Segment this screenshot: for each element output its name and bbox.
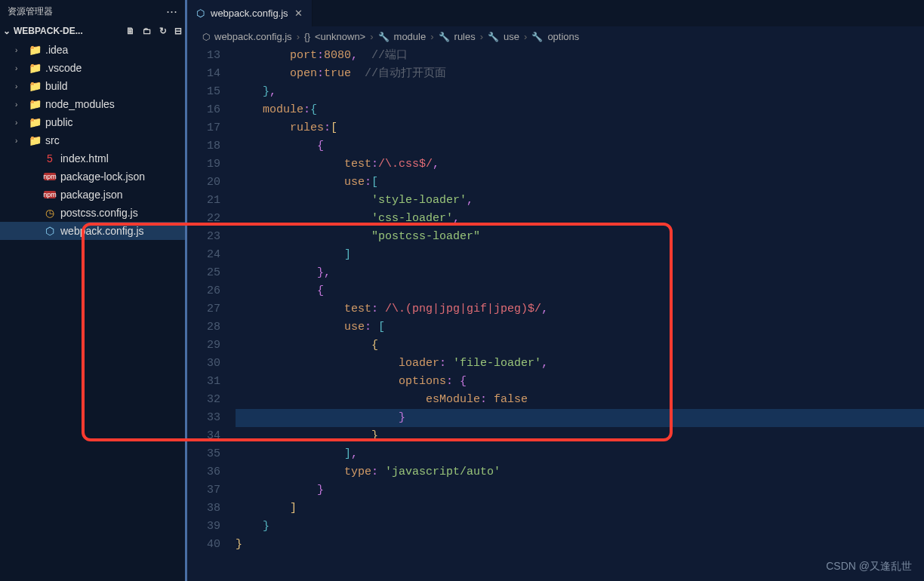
breadcrumb-part[interactable]: options bbox=[547, 31, 579, 42]
file-icon: 📁 bbox=[29, 62, 41, 74]
item-label: index.html bbox=[60, 152, 109, 164]
more-icon[interactable]: ⋯ bbox=[166, 5, 177, 18]
code-line-14[interactable]: open:true //自动打开页面 bbox=[236, 65, 924, 83]
breadcrumb-part[interactable]: rules bbox=[454, 31, 476, 42]
code-line-29[interactable]: { bbox=[236, 337, 924, 355]
code-line-31[interactable]: options: { bbox=[236, 373, 924, 391]
file-icon: 📁 bbox=[29, 116, 41, 128]
file-icon: npm bbox=[44, 191, 56, 198]
chevron-right-icon: › bbox=[15, 100, 24, 109]
code-line-32[interactable]: esModule: false bbox=[236, 391, 924, 409]
item-label: .vscode bbox=[45, 62, 82, 74]
code-line-38[interactable]: ] bbox=[236, 500, 924, 518]
explorer-sidebar: 资源管理器 ⋯ ⌄ WEBPACK-DE... 🗎 🗀 ↻ ⊟ ›📁.idea›… bbox=[0, 0, 187, 581]
file-icon: 📁 bbox=[29, 134, 41, 146]
explorer-header: 资源管理器 ⋯ bbox=[0, 0, 185, 23]
project-folder-header[interactable]: ⌄ WEBPACK-DE... 🗎 🗀 ↻ ⊟ bbox=[0, 23, 185, 39]
breadcrumb-icon: 🔧 bbox=[439, 32, 450, 42]
code-line-28[interactable]: use: [ bbox=[236, 318, 924, 337]
close-icon[interactable]: ✕ bbox=[294, 8, 303, 19]
breadcrumb[interactable]: ⬡ webpack.config.js›{} <unknown>›🔧 modul… bbox=[187, 26, 924, 47]
item-label: package.json bbox=[60, 189, 123, 201]
file-icon: 5 bbox=[44, 152, 56, 164]
code-line-16[interactable]: module:{ bbox=[236, 101, 924, 119]
collapse-icon[interactable]: ⊟ bbox=[174, 26, 182, 36]
item-label: node_modules bbox=[45, 98, 115, 110]
item-label: src bbox=[45, 134, 60, 146]
folder-src[interactable]: ›📁src bbox=[0, 131, 185, 149]
breadcrumb-part[interactable]: module bbox=[394, 31, 427, 42]
file-icon: 📁 bbox=[29, 44, 41, 56]
folder-node_modules[interactable]: ›📁node_modules bbox=[0, 95, 185, 113]
file-icon: 📁 bbox=[29, 80, 41, 92]
code-content[interactable]: port:8080, //端口 open:true //自动打开页面 }, mo… bbox=[236, 47, 924, 581]
file-index-html[interactable]: 5index.html bbox=[0, 149, 185, 168]
breadcrumb-icon: 🔧 bbox=[378, 32, 390, 42]
chevron-right-icon: › bbox=[15, 64, 24, 72]
breadcrumb-icon: {} bbox=[304, 32, 310, 42]
code-editor[interactable]: 1314151617181920212223242526272829303132… bbox=[187, 47, 924, 581]
file-icon: 📁 bbox=[29, 98, 41, 110]
code-line-26[interactable]: { bbox=[236, 282, 924, 300]
breadcrumb-icon: ⬡ bbox=[202, 32, 210, 42]
folder-build[interactable]: ›📁build bbox=[0, 77, 185, 95]
item-label: postcss.config.js bbox=[60, 207, 138, 219]
file-package-json[interactable]: npmpackage.json bbox=[0, 186, 185, 204]
file-webpack-config-js[interactable]: ⬡webpack.config.js bbox=[0, 222, 185, 240]
folder-public[interactable]: ›📁public bbox=[0, 113, 185, 131]
folder--vscode[interactable]: ›📁.vscode bbox=[0, 59, 185, 77]
file-icon: ◷ bbox=[44, 207, 56, 219]
breadcrumb-icon: 🔧 bbox=[531, 32, 543, 42]
code-line-34[interactable]: } bbox=[236, 427, 924, 445]
file-tree: ›📁.idea›📁.vscode›📁build›📁node_modules›📁p… bbox=[0, 39, 185, 240]
code-line-17[interactable]: rules:[ bbox=[236, 119, 924, 137]
code-line-27[interactable]: test: /\.(png|jpg|gif|jpeg)$/, bbox=[236, 300, 924, 318]
tab-webpack-config[interactable]: ⬡ webpack.config.js ✕ bbox=[187, 0, 313, 26]
breadcrumb-part[interactable]: use bbox=[504, 31, 519, 42]
code-line-20[interactable]: use:[ bbox=[236, 174, 924, 192]
item-label: public bbox=[45, 116, 73, 128]
item-label: package-lock.json bbox=[60, 171, 145, 183]
code-line-24[interactable]: ] bbox=[236, 246, 924, 264]
code-line-13[interactable]: port:8080, //端口 bbox=[236, 47, 924, 65]
refresh-icon[interactable]: ↻ bbox=[159, 26, 167, 36]
code-line-15[interactable]: }, bbox=[236, 83, 924, 101]
code-line-30[interactable]: loader: 'file-loader', bbox=[236, 355, 924, 373]
watermark: CSDN @又逢乱世 bbox=[826, 560, 912, 573]
webpack-icon: ⬡ bbox=[196, 8, 205, 19]
code-line-22[interactable]: 'css-loader', bbox=[236, 210, 924, 228]
code-line-33[interactable]: } bbox=[236, 409, 924, 427]
code-line-39[interactable]: } bbox=[236, 518, 924, 536]
tab-filename: webpack.config.js bbox=[211, 8, 288, 19]
folder--idea[interactable]: ›📁.idea bbox=[0, 41, 185, 59]
code-line-18[interactable]: { bbox=[236, 137, 924, 155]
code-line-19[interactable]: test:/\.css$/, bbox=[236, 155, 924, 174]
code-line-25[interactable]: }, bbox=[236, 264, 924, 282]
new-file-icon[interactable]: 🗎 bbox=[126, 26, 135, 36]
code-line-37[interactable]: } bbox=[236, 481, 924, 500]
chevron-right-icon: › bbox=[15, 82, 24, 91]
chevron-right-icon: › bbox=[15, 118, 24, 127]
file-package-lock-json[interactable]: npmpackage-lock.json bbox=[0, 168, 185, 186]
chevron-down-icon: ⌄ bbox=[3, 26, 11, 36]
new-folder-icon[interactable]: 🗀 bbox=[143, 26, 152, 36]
file-postcss-config-js[interactable]: ◷postcss.config.js bbox=[0, 204, 185, 222]
tab-bar: ⬡ webpack.config.js ✕ bbox=[187, 0, 924, 26]
item-label: webpack.config.js bbox=[60, 225, 144, 237]
code-line-40[interactable]: } bbox=[236, 536, 924, 554]
code-line-35[interactable]: ], bbox=[236, 445, 924, 463]
project-name: WEBPACK-DE... bbox=[14, 26, 83, 36]
code-line-36[interactable]: type: 'javascript/auto' bbox=[236, 463, 924, 481]
chevron-right-icon: › bbox=[15, 137, 24, 145]
file-icon: ⬡ bbox=[44, 225, 56, 237]
breadcrumb-part[interactable]: <unknown> bbox=[315, 31, 365, 42]
line-gutter: 1314151617181920212223242526272829303132… bbox=[187, 47, 236, 581]
code-line-21[interactable]: 'style-loader', bbox=[236, 192, 924, 210]
file-icon: npm bbox=[44, 173, 56, 180]
explorer-title: 资源管理器 bbox=[8, 5, 166, 18]
breadcrumb-icon: 🔧 bbox=[488, 32, 499, 42]
item-label: .idea bbox=[45, 44, 68, 56]
code-line-23[interactable]: "postcss-loader" bbox=[236, 228, 924, 246]
chevron-right-icon: › bbox=[15, 46, 24, 54]
breadcrumb-part[interactable]: webpack.config.js bbox=[214, 31, 292, 42]
